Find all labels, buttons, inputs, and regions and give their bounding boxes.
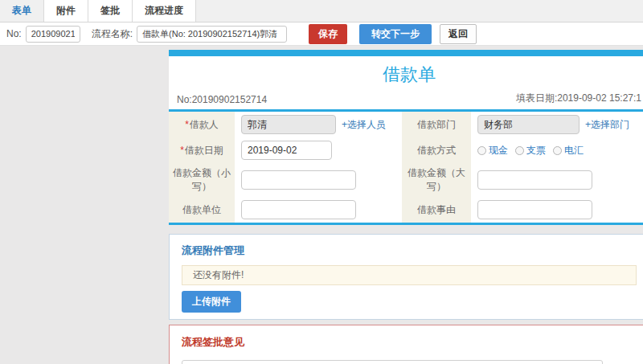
- radio-wire-transfer[interactable]: 电汇: [553, 144, 584, 157]
- doc-number: No:20190902152714: [177, 94, 267, 105]
- back-button[interactable]: 返回: [440, 24, 477, 44]
- radio-circle-icon[interactable]: [477, 146, 486, 155]
- approval-panel: 流程签批意见 B I abc: [169, 325, 643, 364]
- radio-cheque[interactable]: 支票: [515, 144, 546, 157]
- editor-toolbar: B I abc: [182, 361, 602, 364]
- doc-meta-row: No:20190902152714 填表日期:2019-09-02 15:27:…: [169, 90, 643, 112]
- tab-bar: 表单 附件 签批 流程进度: [0, 0, 643, 22]
- borrower-input[interactable]: [241, 115, 336, 134]
- tab-attachments[interactable]: 附件: [44, 0, 88, 22]
- approval-heading: 流程签批意见: [182, 335, 637, 350]
- flow-name-label: 流程名称:: [92, 27, 133, 41]
- amount-small-label: 借款金额（小写）: [169, 163, 235, 197]
- amount-big-label: 借款金额（大写）: [402, 163, 471, 197]
- tab-approval[interactable]: 签批: [88, 0, 133, 22]
- upload-attachment-button[interactable]: 上传附件: [182, 291, 241, 313]
- reason-input[interactable]: [477, 200, 592, 219]
- amount-small-field: [235, 163, 402, 197]
- attachments-panel: 流程附件管理 还没有附件! 上传附件: [169, 234, 643, 320]
- department-input[interactable]: [477, 115, 580, 134]
- method-field: 现金 支票 电汇: [471, 137, 643, 163]
- unit-field: [235, 197, 402, 223]
- loan-form-grid: *借款人 +选择人员 借款部门 +选择部门 *借款日期 借款方式: [169, 112, 643, 225]
- department-label: 借款部门: [402, 112, 471, 137]
- fill-date: 填表日期:2019-09-02 15:27:1: [516, 92, 641, 105]
- amount-big-field: [471, 163, 643, 197]
- form-title: 借款单: [169, 56, 643, 90]
- select-department-link[interactable]: +选择部门: [585, 118, 629, 132]
- amount-big-input[interactable]: [477, 170, 592, 190]
- radio-circle-icon[interactable]: [553, 146, 562, 155]
- forward-next-step-button[interactable]: 转交下一步: [359, 24, 432, 44]
- attachments-heading: 流程附件管理: [182, 243, 637, 258]
- document-area: 借款单 No:20190902152714 填表日期:2019-09-02 15…: [169, 50, 643, 364]
- rich-text-editor: B I abc: [182, 360, 603, 364]
- required-asterisk: *: [180, 145, 184, 156]
- radio-cash[interactable]: 现金: [477, 144, 508, 157]
- no-attachments-message: 还没有附件!: [182, 265, 637, 285]
- borrower-label: *借款人: [169, 112, 235, 137]
- tab-form[interactable]: 表单: [0, 0, 44, 22]
- loan-date-label: *借款日期: [169, 137, 235, 163]
- tab-progress[interactable]: 流程进度: [133, 0, 196, 22]
- action-toolbar: No: 流程名称: 保存 转交下一步 返回: [0, 22, 643, 46]
- method-label: 借款方式: [402, 137, 471, 163]
- loan-date-input[interactable]: [241, 141, 332, 160]
- save-button[interactable]: 保存: [309, 24, 347, 44]
- radio-circle-icon[interactable]: [515, 146, 524, 155]
- flow-name-input[interactable]: [137, 26, 287, 43]
- no-label: No:: [6, 28, 22, 39]
- amount-small-input[interactable]: [241, 170, 356, 190]
- reason-field: [471, 197, 643, 223]
- unit-input[interactable]: [241, 200, 356, 219]
- borrower-field: +选择人员: [235, 112, 402, 137]
- required-asterisk: *: [185, 119, 189, 130]
- reason-label: 借款事由: [402, 197, 471, 223]
- department-field: +选择部门: [471, 112, 643, 137]
- select-person-link[interactable]: +选择人员: [342, 118, 386, 132]
- panel-accent-bar: [169, 50, 643, 56]
- no-input[interactable]: [26, 26, 80, 43]
- loan-date-field: [235, 137, 402, 163]
- loan-form-panel: 借款单 No:20190902152714 填表日期:2019-09-02 15…: [169, 50, 643, 225]
- unit-label: 借款单位: [169, 197, 235, 223]
